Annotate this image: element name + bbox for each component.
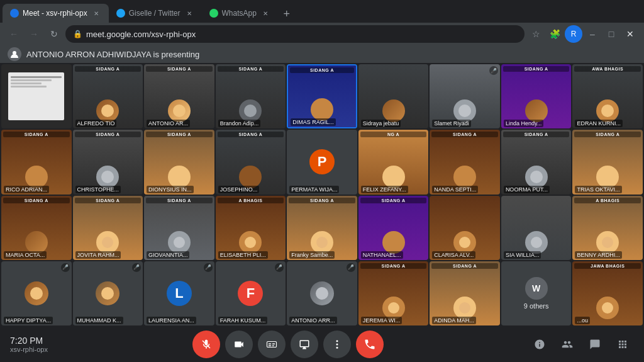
tile-adinda: SIDANG A ADINDA MAH... bbox=[430, 261, 500, 325]
bottom-center bbox=[192, 331, 384, 358]
tile-sia: SIA WILLIA... bbox=[501, 196, 572, 260]
tile-nathanael: SIDANG A NATHANAEL... bbox=[358, 196, 429, 260]
browser-nav: ← → ↻ 🔒 meet.google.com/xsv-rphi-opx ☆ 🧩… bbox=[0, 23, 644, 45]
address-bar[interactable]: 🔒 meet.google.com/xsv-rphi-opx bbox=[65, 25, 525, 43]
tile-dionysius: SIDANG A DIONYSIUS IN... bbox=[144, 130, 214, 194]
tile-muhammad: 🎤 MUHAMMAD K... bbox=[73, 261, 143, 325]
tile-christophe: SIDANG A CHRISTOPHE... bbox=[73, 130, 143, 194]
presenting-text: ANTONIO ARRON ADHIWIDJAYA is presenting bbox=[26, 50, 199, 59]
tab-whatsapp-label: WhatsApp bbox=[222, 9, 257, 18]
meet-favicon bbox=[10, 9, 19, 18]
whatsapp-favicon bbox=[209, 9, 218, 18]
browser-chrome: Meet - xsv-rphi-opx ✕ Giselle / Twitter … bbox=[0, 0, 644, 45]
twitter-favicon bbox=[116, 9, 125, 18]
tile-franky: SIDANG A Franky Sambe... bbox=[287, 196, 357, 260]
tile-farah: 🎤 F FARAH KUSUM... bbox=[216, 261, 286, 325]
video-grid: SIDANG A ALFREDO TIO SIDANG A ANTONIO AR… bbox=[0, 63, 644, 327]
tile-jawa: JAWA BHAGIS ...ou bbox=[572, 261, 643, 325]
bottom-right bbox=[528, 333, 634, 356]
tile-antonio: SIDANG A ANTONIO AR... bbox=[144, 64, 214, 128]
info-button[interactable] bbox=[528, 333, 551, 356]
tile-rico: SIDANG A RICO ADRIAN... bbox=[1, 130, 72, 194]
bottom-bar: 7:20 PM xsv-rphi-opx bbox=[0, 327, 644, 362]
close-window-button[interactable]: ✕ bbox=[621, 25, 639, 43]
tile-alfredo: SIDANG A ALFREDO TIO bbox=[73, 64, 143, 128]
svg-point-9 bbox=[336, 347, 338, 349]
lock-icon: 🔒 bbox=[73, 30, 82, 38]
svg-point-8 bbox=[336, 344, 338, 346]
captions-button[interactable] bbox=[258, 331, 286, 358]
tile-josephino: SIDANG A JOSEPHINO... bbox=[216, 130, 286, 194]
mute-button[interactable] bbox=[192, 331, 220, 358]
tab-meet-close[interactable]: ✕ bbox=[91, 8, 101, 18]
tile-clarisa: CLARISA ALV... bbox=[430, 196, 500, 260]
add-tab-button[interactable]: + bbox=[278, 5, 296, 23]
browser-window: Meet - xsv-rphi-opx ✕ Giselle / Twitter … bbox=[0, 0, 644, 362]
tab-meet-label: Meet - xsv-rphi-opx bbox=[23, 9, 87, 18]
meet-app: ANTONIO ARRON ADHIWIDJAYA is presenting bbox=[0, 45, 644, 362]
tab-twitter-label: Giselle / Twitter bbox=[129, 9, 180, 18]
tab-whatsapp-close[interactable]: ✕ bbox=[260, 8, 270, 18]
more-options-button[interactable] bbox=[323, 331, 351, 358]
svg-rect-3 bbox=[269, 344, 272, 345]
tile-laurensia: 🎤 L LAURENSIA AN... bbox=[144, 261, 214, 325]
tile-slamet: 🎤 Slamet Riyadi bbox=[430, 64, 500, 128]
browser-tabs: Meet - xsv-rphi-opx ✕ Giselle / Twitter … bbox=[0, 0, 644, 23]
bottom-left: 7:20 PM xsv-rphi-opx bbox=[10, 336, 48, 353]
tab-whatsapp[interactable]: WhatsApp ✕ bbox=[202, 4, 278, 23]
svg-rect-6 bbox=[272, 346, 274, 347]
end-call-button[interactable] bbox=[356, 331, 384, 358]
meeting-code: xsv-rphi-opx bbox=[10, 346, 48, 353]
tile-brandon: SIDANG A Brandon Adip... bbox=[216, 64, 286, 128]
people-button[interactable] bbox=[556, 333, 579, 356]
tile-jeremia: SIDANG A JEREMIA WI... bbox=[358, 261, 429, 325]
nav-right-btns: ☆ 🧩 R – □ ✕ bbox=[527, 25, 639, 43]
svg-rect-2 bbox=[267, 342, 276, 348]
tile-felix: NG A FELIX ZEFANY... bbox=[358, 130, 429, 194]
tile-edran: AWA BHAGIS EDRAN KURNI... bbox=[572, 64, 643, 128]
tile-dimas: SIDANG A DIMAS RAGIL... bbox=[287, 64, 357, 128]
forward-button[interactable]: → bbox=[25, 25, 43, 43]
present-button[interactable] bbox=[291, 331, 318, 358]
activities-button[interactable] bbox=[611, 333, 634, 356]
tile-maria: SIDANG A MARIA OCTA... bbox=[1, 196, 72, 260]
address-text: meet.google.com/xsv-rphi-opx bbox=[86, 30, 517, 39]
tab-twitter-close[interactable]: ✕ bbox=[184, 8, 194, 18]
tile-linda: SIDANG A Linda Hendy... bbox=[501, 64, 572, 128]
nine-others-label: 9 others bbox=[524, 302, 549, 310]
tile-permata: P PERMATA WIJA... bbox=[287, 130, 357, 194]
tile-jovita: SIDANG A JOVITA RAHM... bbox=[73, 196, 143, 260]
reload-button[interactable]: ↻ bbox=[45, 25, 63, 43]
maximize-button[interactable]: □ bbox=[602, 25, 620, 43]
tile-antonio-arr: 🎤 ANTONIO ARR... bbox=[287, 261, 357, 325]
chat-button[interactable] bbox=[584, 333, 606, 356]
time-display: 7:20 PM bbox=[10, 336, 48, 346]
tab-meet[interactable]: Meet - xsv-rphi-opx ✕ bbox=[3, 4, 109, 23]
back-button[interactable]: ← bbox=[5, 25, 23, 43]
tile-benny: A BHAGIS BENNY ARDHI... bbox=[572, 196, 643, 260]
svg-point-7 bbox=[336, 340, 338, 342]
tile-elisabeth: A BHAGIS ELISABETH PLI... bbox=[216, 196, 286, 260]
tab-twitter[interactable]: Giselle / Twitter ✕ bbox=[109, 4, 202, 23]
tile-noorma: SIDANG A NOORMA PUT... bbox=[501, 130, 572, 194]
presenter-avatar-icon bbox=[8, 47, 21, 61]
profile-button[interactable]: R bbox=[565, 25, 582, 43]
extensions-button[interactable]: 🧩 bbox=[546, 25, 564, 43]
presenting-banner: ANTONIO ARRON ADHIWIDJAYA is presenting bbox=[0, 45, 644, 63]
camera-button[interactable] bbox=[225, 331, 253, 358]
bookmark-button[interactable]: ☆ bbox=[527, 25, 545, 43]
tile-sidraya: Sidraya jebatu bbox=[358, 64, 429, 128]
svg-rect-5 bbox=[272, 344, 275, 345]
svg-rect-4 bbox=[269, 346, 272, 347]
tile-giovannita: SIDANG A GIOVANNTIA... bbox=[144, 196, 214, 260]
minimize-button[interactable]: – bbox=[584, 25, 601, 43]
tile-happy: 🎤 HAPPY DIPTYA... bbox=[1, 261, 72, 325]
tile-screen-share bbox=[1, 64, 72, 128]
tile-9others[interactable]: W 9 others bbox=[501, 261, 572, 325]
tile-nanda: SIDANG A NANDA SEPTI... bbox=[430, 130, 500, 194]
tile-trias: SIDANG A TRIAS OKTAVI... bbox=[572, 130, 643, 194]
